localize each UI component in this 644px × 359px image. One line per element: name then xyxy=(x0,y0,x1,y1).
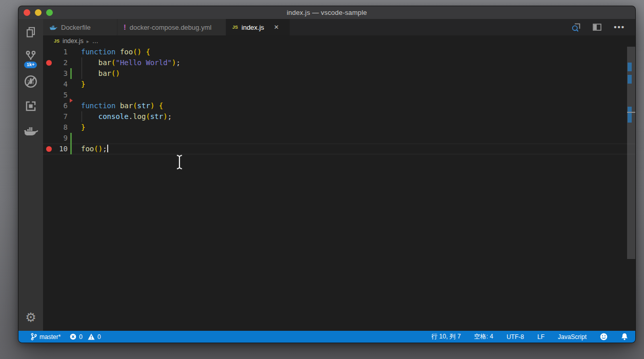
tab-index-js[interactable]: JS index.js ✕ xyxy=(226,19,290,35)
settings-gear-icon[interactable]: ⚙ xyxy=(25,311,36,324)
indentation-status[interactable]: 空格: 4 xyxy=(474,332,493,341)
line-number: 6 xyxy=(43,101,68,111)
code-line-6[interactable]: 6function bar(str) { xyxy=(43,101,635,111)
javascript-icon: JS xyxy=(54,38,59,44)
status-bar: master* 0 0 行 10, 列 7 空格: 4 UTF-8 LF Jav… xyxy=(18,331,635,343)
line-number: 3 xyxy=(43,68,68,79)
vscode-window: index.js — vscode-sample 1k+ xyxy=(18,6,636,343)
tab-bar: Dockerfile ! docker-compose.debug.yml JS… xyxy=(43,19,635,35)
line-number: 1 xyxy=(43,47,68,57)
language-mode-status[interactable]: JavaScript xyxy=(558,333,587,341)
scm-count-badge: 1k+ xyxy=(24,62,37,68)
eol-status[interactable]: LF xyxy=(537,333,545,341)
warning-count: 0 xyxy=(97,333,101,341)
code-line-9[interactable]: 9 xyxy=(43,133,635,144)
git-change-ruler-mark xyxy=(628,63,632,71)
code-editor[interactable]: 1function foo() {2 bar("Hello World");3 … xyxy=(43,47,635,331)
text-cursor xyxy=(107,145,108,152)
code-text: foo(); xyxy=(81,144,108,154)
activity-bar: 1k+ xyxy=(18,19,43,331)
cursor-position-status[interactable]: 行 10, 列 7 xyxy=(431,332,460,341)
docker-whale-icon xyxy=(49,24,57,31)
git-change-gutter xyxy=(70,144,72,154)
split-editor-icon[interactable] xyxy=(593,24,601,31)
tab-docker-compose-debug-yml[interactable]: ! docker-compose.debug.yml xyxy=(117,19,226,35)
code-text: function foo() { xyxy=(81,47,150,57)
breadcrumb-symbol-ellipsis[interactable]: … xyxy=(92,37,98,45)
code-line-10[interactable]: 10foo(); xyxy=(43,144,635,154)
code-text: bar() xyxy=(81,68,120,79)
notifications-bell-icon[interactable] xyxy=(621,333,628,341)
feedback-smiley-icon[interactable] xyxy=(600,333,608,341)
title-bar: index.js — vscode-sample xyxy=(18,6,635,19)
code-lines: 1function foo() {2 bar("Hello World");3 … xyxy=(43,47,635,154)
line-number: 8 xyxy=(43,122,68,133)
close-tab-icon[interactable]: ✕ xyxy=(274,24,279,31)
git-change-gutter xyxy=(70,133,72,144)
ruler-cursor-line xyxy=(627,112,635,113)
code-text: } xyxy=(81,79,85,90)
code-line-1[interactable]: 1function foo() { xyxy=(43,47,635,57)
editor-actions: ••• xyxy=(572,19,635,35)
javascript-icon: JS xyxy=(232,25,238,30)
code-line-8[interactable]: 8} xyxy=(43,122,635,133)
git-branch-status[interactable]: master* xyxy=(31,333,61,341)
branch-name: master* xyxy=(39,333,61,341)
code-line-4[interactable]: 4} xyxy=(43,79,635,90)
line-number: 10 xyxy=(43,144,68,154)
code-text: bar("Hello World"); xyxy=(81,57,180,68)
problems-status[interactable]: 0 0 xyxy=(70,333,100,341)
error-count: 0 xyxy=(79,333,83,341)
ibeam-mouse-cursor xyxy=(175,154,184,170)
git-change-ruler-mark xyxy=(628,107,632,123)
errors-icon xyxy=(70,333,76,340)
tab-label: Dockerfile xyxy=(61,24,91,31)
git-change-ruler-mark xyxy=(628,75,632,84)
extensions-icon[interactable] xyxy=(18,94,43,118)
source-control-icon[interactable]: 1k+ xyxy=(18,45,43,69)
overview-ruler[interactable] xyxy=(627,47,635,331)
tab-label: index.js xyxy=(242,24,264,31)
docker-icon[interactable] xyxy=(18,118,43,143)
tab-dockerfile[interactable]: Dockerfile xyxy=(43,19,117,35)
window-title: index.js — vscode-sample xyxy=(18,9,635,16)
line-number: 7 xyxy=(43,111,68,122)
explorer-icon[interactable] xyxy=(18,20,43,45)
breadcrumb: JS index.js ▸ … xyxy=(43,35,635,47)
line-number: 5 xyxy=(43,90,68,101)
git-change-gutter xyxy=(70,68,72,79)
code-line-2[interactable]: 2 bar("Hello World"); xyxy=(43,57,635,68)
code-text: function bar(str) { xyxy=(81,101,163,111)
line-number: 4 xyxy=(43,79,68,90)
breadcrumb-file[interactable]: index.js xyxy=(63,37,84,45)
code-line-7[interactable]: 7 console.log(str); xyxy=(43,111,635,122)
yaml-exclamation-icon: ! xyxy=(124,23,126,31)
encoding-status[interactable]: UTF-8 xyxy=(507,333,524,341)
open-changes-icon[interactable] xyxy=(572,23,580,32)
breakpoint-hint-arrow-icon xyxy=(70,98,73,103)
line-number: 2 xyxy=(43,57,68,68)
tab-label: docker-compose.debug.yml xyxy=(130,24,212,31)
code-text: } xyxy=(81,122,85,133)
code-line-3[interactable]: 3 bar() xyxy=(43,68,635,79)
code-line-5[interactable]: 5 xyxy=(43,90,635,101)
debug-icon[interactable] xyxy=(18,69,43,94)
warnings-icon xyxy=(88,333,95,340)
code-text: console.log(str); xyxy=(81,111,172,122)
line-number: 9 xyxy=(43,133,68,144)
chevron-right-icon: ▸ xyxy=(87,38,89,44)
git-branch-icon xyxy=(31,333,37,341)
